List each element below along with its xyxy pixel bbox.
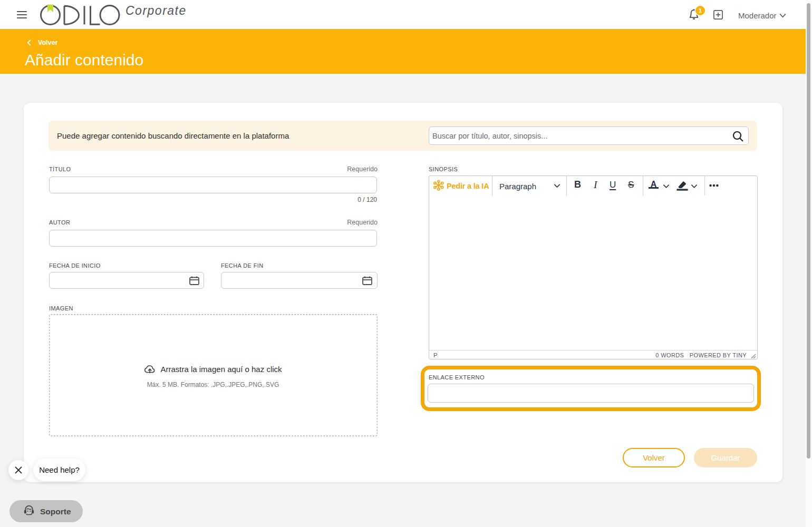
svg-text:Corporate: Corporate: [125, 4, 187, 17]
